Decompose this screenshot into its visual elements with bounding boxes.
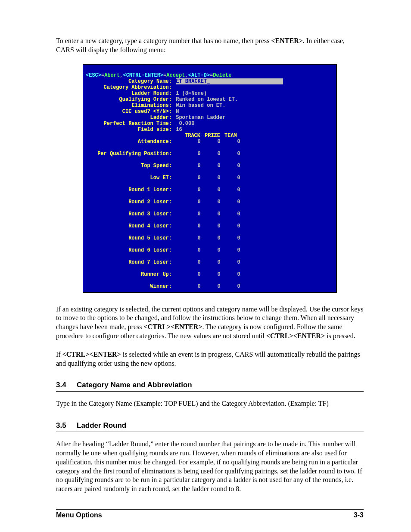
footer-right: 3-3 bbox=[354, 511, 364, 519]
term-row-label: Round 7 Loser: bbox=[86, 259, 173, 265]
term-row-label: Winner: bbox=[86, 283, 173, 289]
terminal-screen: <ESC>=Abort,<CNTRL-ENTER>=Accept,<ALT-D>… bbox=[83, 64, 337, 293]
term-row-team: 0 bbox=[237, 223, 257, 229]
term-row-team: 0 bbox=[237, 151, 257, 157]
term-row-prize: 0 bbox=[218, 247, 237, 253]
section-heading-3-4: 3.4Category Name and Abbreviation bbox=[56, 381, 364, 392]
term-ce-act: Accept bbox=[166, 72, 185, 78]
term-row-label: Low ET: bbox=[86, 175, 173, 181]
term-row: Round 3 Loser: 000 bbox=[86, 211, 333, 217]
term-row-team: 0 bbox=[237, 187, 257, 193]
val-ladder: Sportsman Ladder bbox=[176, 115, 225, 121]
val-qual-order: Ranked on lowest ET. bbox=[176, 96, 238, 103]
term-row-prize: 0 bbox=[218, 199, 237, 205]
term-row: Per Qualifying Position: 000 bbox=[86, 151, 333, 157]
term-row-prize: 0 bbox=[218, 271, 237, 277]
term-row-prize: 0 bbox=[218, 151, 237, 157]
term-row: Round 2 Loser: 000 bbox=[86, 199, 333, 205]
paragraph-3-5: After the heading “Ladder Round,” enter … bbox=[56, 440, 364, 494]
term-row-label: Round 1 Loser: bbox=[86, 187, 173, 193]
intro-key-enter: <ENTER> bbox=[271, 37, 302, 44]
term-row-track: 0 bbox=[198, 223, 218, 229]
lbl-ladder: Ladder: bbox=[86, 115, 173, 121]
term-row: Round 1 Loser: 000 bbox=[86, 187, 333, 193]
term-row-track: 0 bbox=[198, 235, 218, 241]
term-row: Round 5 Loser: 000 bbox=[86, 235, 333, 241]
lbl-cic: CIC used? <Y/N>: bbox=[86, 109, 173, 115]
sec35-num: 3.5 bbox=[56, 421, 77, 430]
intro-text-before: To enter a new category, type a category… bbox=[56, 37, 271, 44]
term-row-label: Round 2 Loser: bbox=[86, 199, 173, 205]
term-row-team: 0 bbox=[237, 211, 257, 217]
term-row-track: 0 bbox=[198, 151, 218, 157]
term-row-label: Round 3 Loser: bbox=[86, 211, 173, 217]
term-row: Winner: 000 bbox=[86, 283, 333, 289]
term-row-track: 0 bbox=[198, 175, 218, 181]
p2-c: is pressed. bbox=[325, 332, 355, 339]
term-row-team: 0 bbox=[237, 283, 257, 289]
term-row-prize: 0 bbox=[218, 259, 237, 265]
term-row: Round 4 Loser: 000 bbox=[86, 223, 333, 229]
p2-k2: <CTRL><ENTER> bbox=[266, 332, 325, 339]
val-prt: 0.000 bbox=[176, 121, 194, 127]
term-row-label: Round 6 Loser: bbox=[86, 247, 173, 253]
p3-a: If bbox=[56, 351, 62, 358]
term-row-label: Round 4 Loser: bbox=[86, 223, 173, 229]
term-row-track: 0 bbox=[198, 187, 218, 193]
term-sep2: , bbox=[185, 72, 188, 78]
term-row-track: 0 bbox=[198, 211, 218, 217]
val-ladder-round: 1 (8=None) bbox=[176, 90, 207, 96]
term-row-team: 0 bbox=[237, 247, 257, 253]
term-row-prize: 0 bbox=[218, 235, 237, 241]
val-elim: Win based on ET. bbox=[176, 103, 225, 109]
term-row: Round 6 Loser: 000 bbox=[86, 247, 333, 253]
term-row-prize: 0 bbox=[218, 211, 237, 217]
term-row-track: 0 bbox=[198, 283, 218, 289]
term-esc-act: Abort bbox=[104, 72, 120, 78]
term-row-label: Round 5 Loser: bbox=[86, 235, 173, 241]
footer-left: Menu Options bbox=[56, 511, 102, 519]
p3-k1: <CTRL><ENTER> bbox=[62, 351, 121, 358]
paragraph-existing-category: If an existing category is selected, the… bbox=[56, 305, 364, 341]
term-row-label: Attendance: bbox=[86, 139, 173, 145]
intro-paragraph: To enter a new category, type a category… bbox=[56, 37, 364, 55]
term-row-track: 0 bbox=[198, 271, 218, 277]
lbl-field-size: Field size: bbox=[86, 127, 173, 133]
term-row-team: 0 bbox=[237, 163, 257, 169]
term-ad-key: <ALT-D> bbox=[188, 72, 210, 78]
col-prize: PRIZE bbox=[205, 133, 224, 139]
val-category-name: ET BRACKET_ bbox=[176, 78, 283, 84]
term-row: Low ET: 000 bbox=[86, 175, 333, 181]
term-row-prize: 0 bbox=[218, 175, 237, 181]
term-row-track: 0 bbox=[198, 139, 218, 145]
term-row-prize: 0 bbox=[218, 223, 237, 229]
section-heading-3-5: 3.5Ladder Round bbox=[56, 421, 364, 432]
term-row-team: 0 bbox=[237, 235, 257, 241]
page: To enter a new category, type a category… bbox=[0, 0, 411, 532]
term-row: Runner Up: 000 bbox=[86, 271, 333, 277]
term-row-prize: 0 bbox=[218, 187, 237, 193]
term-row-team: 0 bbox=[237, 139, 257, 145]
p2-k1: <CTRL><ENTER> bbox=[143, 323, 202, 330]
term-row-team: 0 bbox=[237, 271, 257, 277]
terminal-screenshot: <ESC>=Abort,<CNTRL-ENTER>=Accept,<ALT-D>… bbox=[83, 64, 337, 293]
term-row-team: 0 bbox=[237, 199, 257, 205]
term-row: Top Speed: 000 bbox=[86, 163, 333, 169]
lbl-category-name: Category Name: bbox=[86, 78, 173, 84]
term-row-track: 0 bbox=[198, 199, 218, 205]
term-row-team: 0 bbox=[237, 175, 257, 181]
col-team: TEAM bbox=[224, 133, 244, 139]
term-row-label: Runner Up: bbox=[86, 271, 173, 277]
term-row-track: 0 bbox=[198, 247, 218, 253]
lbl-qual-order: Qualifying Order: bbox=[86, 96, 173, 103]
sec35-title: Ladder Round bbox=[77, 421, 126, 429]
col-track: TRACK bbox=[185, 133, 205, 139]
term-row-prize: 0 bbox=[218, 283, 237, 289]
term-row-track: 0 bbox=[198, 259, 218, 265]
term-esc-key: <ESC> bbox=[86, 72, 101, 78]
term-row-team: 0 bbox=[237, 259, 257, 265]
val-field-size: 16 bbox=[176, 127, 182, 133]
term-row: Round 7 Loser: 000 bbox=[86, 259, 333, 265]
term-row-prize: 0 bbox=[218, 139, 237, 145]
lbl-ladder-round: Ladder Round: bbox=[86, 90, 173, 96]
